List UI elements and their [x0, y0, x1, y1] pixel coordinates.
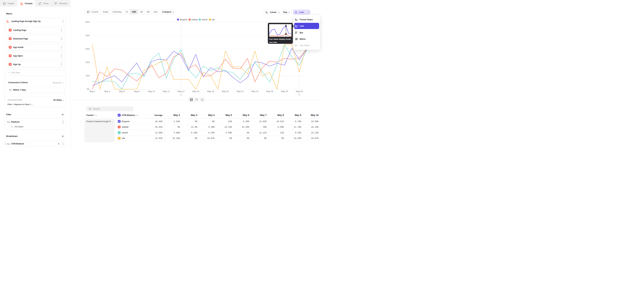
svg-text:May 26: May 26 — [266, 90, 273, 92]
svg-text:May 22: May 22 — [237, 90, 244, 92]
svg-text:10%: 10% — [86, 75, 90, 77]
svg-text:20%: 20% — [86, 61, 90, 64]
svg-text:May 10: May 10 — [148, 90, 155, 92]
svg-text:May 2: May 2 — [90, 90, 95, 92]
svg-text:1: 1 — [180, 94, 182, 96]
svg-text:May 4: May 4 — [104, 90, 110, 92]
svg-text:May 6: May 6 — [119, 90, 125, 92]
svg-text:May 8: May 8 — [134, 90, 140, 92]
svg-text:40%: 40% — [86, 34, 90, 37]
svg-text:30%: 30% — [86, 48, 90, 50]
svg-text:May 30: May 30 — [296, 90, 303, 92]
svg-text:May 16: May 16 — [192, 90, 199, 92]
svg-text:May 12: May 12 — [163, 90, 170, 92]
svg-text:0%: 0% — [87, 88, 90, 90]
svg-text:50%: 50% — [86, 21, 90, 23]
svg-text:1: 1 — [299, 94, 300, 96]
svg-text:May 18: May 18 — [207, 90, 214, 92]
svg-text:May 28: May 28 — [281, 90, 288, 92]
svg-text:May 14: May 14 — [178, 90, 184, 92]
svg-text:May 20: May 20 — [222, 90, 229, 92]
svg-text:May 24: May 24 — [252, 90, 258, 92]
